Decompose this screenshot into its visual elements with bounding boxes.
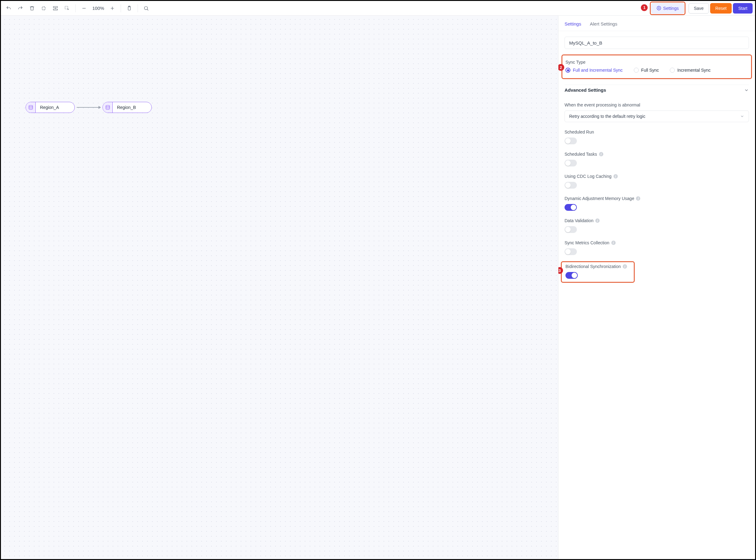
pipeline-nodes: Region_A Region_B xyxy=(25,102,152,113)
redo-button[interactable] xyxy=(15,3,25,14)
center-button[interactable] xyxy=(38,3,49,14)
sync-type-label: Sync Type xyxy=(565,60,748,65)
radio-icon xyxy=(670,68,675,73)
info-icon[interactable]: i xyxy=(636,196,640,201)
field-data-validation: Data Validationi xyxy=(564,217,749,233)
delete-button[interactable] xyxy=(27,3,37,14)
zoom-out-button[interactable] xyxy=(79,3,89,14)
toolbar-separator xyxy=(121,4,121,12)
svg-rect-1 xyxy=(53,9,58,10)
radio-full-sync[interactable]: Full Sync xyxy=(634,68,659,73)
tab-alert-settings[interactable]: Alert Settings xyxy=(590,21,617,31)
reset-button[interactable]: Reset xyxy=(710,3,732,14)
node-label: Region_A xyxy=(36,105,63,110)
selection-tool-button[interactable] xyxy=(62,3,72,14)
toolbar-separator xyxy=(138,4,138,12)
settings-panel: Settings Alert Settings 2 Sync Type Full… xyxy=(558,16,755,559)
info-icon[interactable]: i xyxy=(614,174,618,178)
annotation-badge-3: 3 xyxy=(558,267,563,274)
field-sync-metrics: Sync Metrics Collectioni xyxy=(564,239,749,255)
toggle-data-validation[interactable] xyxy=(564,226,577,233)
svg-rect-0 xyxy=(53,6,58,8)
toggle-scheduled-run[interactable] xyxy=(564,138,577,144)
node-region-a[interactable]: Region_A xyxy=(25,102,75,113)
toggle-sync-metrics[interactable] xyxy=(564,248,577,255)
abnormal-label: When the event processing is abnormal xyxy=(564,102,749,107)
svg-point-7 xyxy=(29,105,33,107)
annotation-1-box: 1 Settings xyxy=(650,2,685,15)
search-button[interactable] xyxy=(141,3,152,14)
annotation-badge-1: 1 xyxy=(641,4,648,11)
info-icon[interactable]: i xyxy=(623,264,627,268)
toolbar-separator xyxy=(75,4,76,12)
toggle-dynamic-memory[interactable] xyxy=(564,204,577,211)
sync-type-radio-group: Full and Incremental Sync Full Sync Incr… xyxy=(565,68,748,73)
task-name-input[interactable] xyxy=(564,37,749,49)
annotation-badge-2: 2 xyxy=(558,64,564,71)
zoom-in-button[interactable] xyxy=(107,3,118,14)
field-cdc-caching: Using CDC Log Cachingi xyxy=(564,173,749,188)
svg-point-6 xyxy=(658,8,660,9)
annotation-2-box: 2 Sync Type Full and Incremental Sync Fu… xyxy=(561,55,752,79)
field-abnormal-processing: When the event processing is abnormal Re… xyxy=(564,101,749,122)
auto-layout-button[interactable] xyxy=(50,3,61,14)
advanced-settings-header[interactable]: Advanced Settings xyxy=(564,85,749,95)
tab-settings[interactable]: Settings xyxy=(564,21,581,31)
settings-button-label: Settings xyxy=(663,6,679,11)
start-button[interactable]: Start xyxy=(733,3,753,14)
field-dynamic-memory: Dynamic Adjustment Memory Usagei xyxy=(564,195,749,211)
toggle-bidirectional[interactable] xyxy=(565,272,578,279)
field-scheduled-run: Scheduled Run xyxy=(564,128,749,144)
radio-full-incremental[interactable]: Full and Incremental Sync xyxy=(565,68,623,73)
save-button[interactable]: Save xyxy=(689,3,709,14)
pipeline-canvas[interactable]: Region_A Region_B xyxy=(1,16,558,559)
abnormal-select[interactable]: Retry according to the default retry log… xyxy=(564,111,749,122)
top-toolbar: 100% 1 Settings Save Reset Start xyxy=(1,1,755,16)
node-region-b[interactable]: Region_B xyxy=(102,102,152,113)
zoom-level: 100% xyxy=(91,5,106,11)
clipboard-button[interactable] xyxy=(124,3,135,14)
database-icon xyxy=(26,102,36,113)
panel-tabs: Settings Alert Settings xyxy=(558,16,755,31)
field-scheduled-tasks: Scheduled Tasksi xyxy=(564,151,749,166)
node-label: Region_B xyxy=(113,105,140,110)
radio-icon xyxy=(634,68,639,73)
pipeline-edge[interactable] xyxy=(75,105,102,109)
settings-button[interactable]: Settings xyxy=(651,3,684,14)
info-icon[interactable]: i xyxy=(595,218,600,223)
info-icon[interactable]: i xyxy=(599,152,603,156)
info-icon[interactable]: i xyxy=(611,241,616,245)
gear-icon xyxy=(657,6,661,11)
radio-incremental-sync[interactable]: Incremental Sync xyxy=(670,68,711,73)
database-icon xyxy=(103,102,113,113)
undo-button[interactable] xyxy=(3,3,14,14)
toggle-cdc-caching[interactable] xyxy=(564,182,577,188)
annotation-3-box: 3 Bidirectional Synchronizationi xyxy=(561,261,635,283)
chevron-down-icon xyxy=(744,88,749,93)
svg-point-5 xyxy=(144,6,148,10)
chevron-down-icon xyxy=(740,114,744,118)
radio-icon xyxy=(565,68,570,73)
toggle-scheduled-tasks[interactable] xyxy=(564,160,577,166)
svg-point-8 xyxy=(106,105,110,107)
